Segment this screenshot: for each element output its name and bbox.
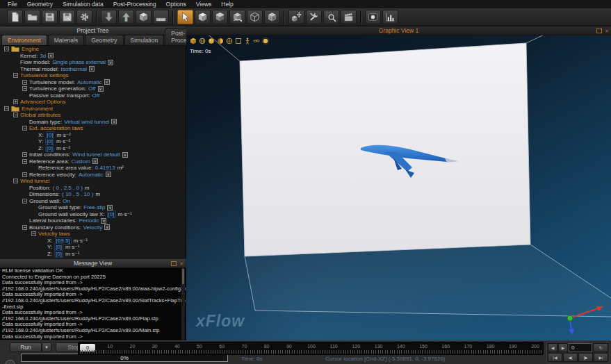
dropdown-icon[interactable]: ∨: [108, 60, 113, 65]
collapse-toggle[interactable]: −: [22, 80, 27, 85]
dropdown-icon[interactable]: ∨: [104, 79, 110, 85]
tree-value[interactable]: [0]: [107, 210, 116, 218]
save-project-button[interactable]: [42, 10, 58, 24]
tools-button[interactable]: [306, 10, 322, 24]
run-dropdown-button[interactable]: ▼: [42, 342, 51, 352]
tree-value[interactable]: [0]: [45, 144, 54, 152]
menu-post-processing[interactable]: Post-Processing: [108, 0, 161, 8]
tree-value[interactable]: Free-slip: [83, 204, 105, 210]
collapse-toggle[interactable]: −: [22, 86, 27, 91]
vp-link-icon[interactable]: [253, 38, 260, 44]
dropdown-icon[interactable]: ∨: [104, 224, 110, 230]
collapse-toggle[interactable]: −: [22, 172, 27, 177]
frame-next-button[interactable]: ▶: [558, 343, 568, 352]
export-data-button[interactable]: [118, 10, 134, 24]
measure-button[interactable]: [153, 10, 169, 24]
tree-value[interactable]: 3d: [40, 53, 46, 59]
tree-value[interactable]: Velocity: [83, 224, 103, 231]
go-last-frame-button[interactable]: ▶|: [594, 353, 608, 362]
tab-geometry[interactable]: Geometry: [85, 35, 123, 45]
dropdown-icon[interactable]: ∨: [48, 53, 54, 58]
collapse-toggle[interactable]: −: [22, 126, 27, 131]
step-forward-frame-button[interactable]: |▶: [578, 353, 593, 362]
viewport-canvas[interactable]: Time: 0s xFlow: [186, 35, 611, 340]
tree-value[interactable]: Automatic: [77, 79, 102, 85]
tab-materials[interactable]: Materials: [48, 35, 84, 45]
open-project-button[interactable]: [24, 10, 40, 24]
close-panel-icon[interactable]: ✕: [179, 261, 184, 266]
zoom-region-button[interactable]: [323, 10, 339, 24]
dropdown-icon[interactable]: ∨: [111, 119, 117, 124]
move-entity-button[interactable]: [288, 10, 304, 24]
show-plots-button[interactable]: [382, 10, 398, 24]
menu-file[interactable]: File: [3, 0, 22, 8]
dropdown-icon[interactable]: ∨: [107, 205, 113, 210]
wireframe-view-button[interactable]: [247, 10, 263, 24]
select-tool-button[interactable]: [177, 10, 193, 24]
tree-value[interactable]: [0]: [54, 250, 63, 258]
domain-view-button[interactable]: [136, 10, 152, 24]
message-scrollbar[interactable]: [181, 268, 185, 340]
collapse-toggle[interactable]: −: [4, 47, 9, 51]
record-video-button[interactable]: [365, 10, 381, 24]
dropdown-icon[interactable]: ∨: [89, 66, 95, 72]
float-panel-icon[interactable]: [171, 261, 177, 266]
tab-simulation[interactable]: Simulation: [124, 35, 165, 45]
save-project-as-button[interactable]: [59, 10, 75, 24]
vp-sphere-icon[interactable]: [208, 38, 215, 44]
menu-help[interactable]: Help: [216, 0, 238, 8]
collapse-toggle[interactable]: −: [22, 152, 27, 157]
vp-half-icon[interactable]: [217, 38, 224, 44]
scrollbar-thumb[interactable]: [182, 269, 184, 284]
vp-cube-icon[interactable]: [190, 38, 197, 44]
dropdown-icon[interactable]: ∨: [122, 152, 128, 158]
tree-value[interactable]: Single phase external: [52, 59, 106, 65]
tree-value[interactable]: Custom: [71, 158, 90, 165]
tab-environment[interactable]: Environment: [1, 35, 47, 45]
animation-button[interactable]: [341, 10, 357, 24]
collapse-toggle[interactable]: −: [22, 199, 27, 204]
go-first-frame-button[interactable]: |◀: [548, 353, 562, 362]
tree-value[interactable]: Periodic: [79, 217, 99, 224]
vp-box-icon[interactable]: [235, 38, 242, 44]
dropdown-icon[interactable]: ∨: [101, 218, 106, 224]
collapse-toggle[interactable]: −: [13, 179, 18, 183]
vp-globe-icon[interactable]: [199, 38, 206, 44]
frame-input[interactable]: [569, 343, 592, 352]
tree-value[interactable]: Virtual wind tunnel: [64, 119, 109, 125]
run-button[interactable]: Run: [10, 342, 42, 352]
menu-options[interactable]: Options: [161, 0, 191, 8]
float-panel-icon[interactable]: [596, 28, 602, 33]
import-data-button[interactable]: [101, 10, 117, 24]
faces-view-button[interactable]: [212, 10, 228, 24]
rotate-view-button[interactable]: [229, 10, 245, 24]
collapse-toggle[interactable]: −: [31, 231, 36, 236]
new-project-button[interactable]: [7, 10, 23, 24]
collapse-toggle[interactable]: −: [13, 73, 18, 78]
step-back-frame-button[interactable]: ◀|: [563, 353, 578, 362]
loop-playback-button[interactable]: ↻: [593, 343, 608, 352]
menu-geometry[interactable]: Geometry: [22, 0, 58, 8]
expand-toggle[interactable]: +: [13, 99, 18, 104]
collapse-toggle[interactable]: −: [22, 225, 27, 230]
dropdown-icon[interactable]: ∨: [106, 172, 111, 177]
textured-view-button[interactable]: [264, 10, 280, 24]
dropdown-icon[interactable]: ∨: [98, 86, 104, 92]
vp-shade-icon[interactable]: [226, 38, 233, 44]
tree-value[interactable]: Off: [88, 85, 96, 92]
tree-value[interactable]: Automatic: [79, 172, 104, 178]
vp-person-icon[interactable]: [244, 38, 251, 44]
dropdown-icon[interactable]: ∨: [92, 158, 98, 164]
frame-prev-button[interactable]: ◀: [548, 343, 557, 352]
collapse-toggle[interactable]: −: [13, 113, 18, 117]
menu-simulation-data[interactable]: Simulation data: [58, 0, 108, 8]
vp-light-icon[interactable]: [262, 38, 269, 44]
shaded-view-button[interactable]: [195, 10, 211, 24]
close-panel-icon[interactable]: ✕: [605, 28, 609, 33]
collapse-toggle[interactable]: −: [4, 106, 9, 111]
tree-value[interactable]: Isothermal: [61, 66, 87, 72]
tree-value[interactable]: Wind tunnel default: [72, 151, 120, 158]
preferences-button[interactable]: [76, 10, 92, 24]
timeline-ruler[interactable]: 0 10203040506070809010011012013014015016…: [78, 342, 544, 355]
menu-views[interactable]: Views: [191, 0, 217, 8]
